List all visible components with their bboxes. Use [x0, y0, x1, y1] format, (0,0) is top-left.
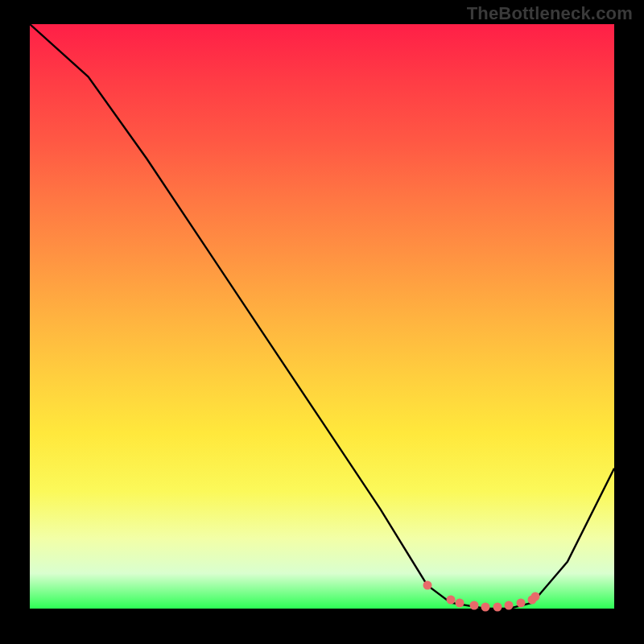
plot-area: [30, 24, 614, 609]
marker-dot: [446, 596, 455, 605]
marker-dot: [505, 601, 514, 610]
bottleneck-curve: [30, 24, 614, 609]
marker-dot: [493, 602, 502, 611]
marker-dot: [481, 602, 490, 611]
marker-dot: [516, 598, 525, 607]
marker-dot: [455, 598, 464, 607]
watermark-text: TheBottleneck.com: [467, 3, 633, 24]
marker-dot: [469, 601, 478, 610]
marker-dot: [423, 580, 431, 589]
curve-svg: [30, 24, 614, 609]
chart-frame: TheBottleneck.com: [0, 0, 644, 644]
marker-dot: [530, 592, 539, 601]
